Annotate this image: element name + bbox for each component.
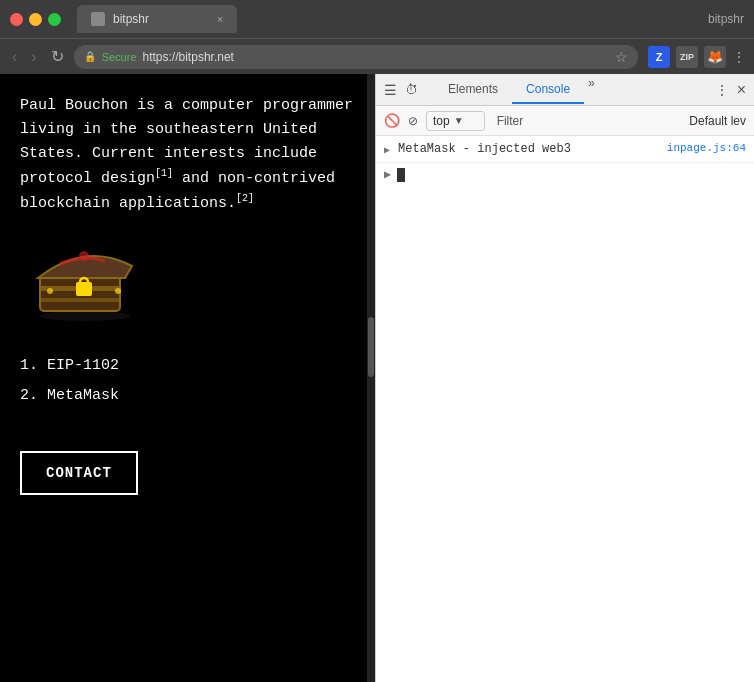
extension-z-button[interactable]: Z [648,46,670,68]
footnote-2: [2] [236,193,254,204]
tab-favicon [91,12,105,26]
context-label: top [433,114,450,128]
console-message-1: ▶ MetaMask - injected web3 inpage.js:64 [376,136,754,163]
filter-label: Filter [497,114,524,128]
chest-svg [30,236,140,321]
reference-item-1: 1. EIP-1102 [20,351,355,381]
context-selector-arrow: ▼ [454,115,464,126]
tab-area: bitpshr × [77,5,700,33]
devtools-console-content: ▶ MetaMask - injected web3 inpage.js:64 … [376,136,754,682]
main-content-area: Paul Bouchon is a computer programmer li… [0,74,754,682]
ref-2-num: 2. [20,387,38,404]
filter-input[interactable] [531,114,681,128]
footnote-1: [1] [155,168,173,179]
refresh-button[interactable]: ↻ [47,45,68,68]
tab-label: bitpshr [113,12,149,26]
lock-icon: 🔒 [84,51,96,62]
default-levels-label: Default lev [689,114,746,128]
traffic-lights [10,13,61,26]
browser-menu-button[interactable]: ⋮ [732,49,746,65]
devtools-close-button[interactable]: × [737,81,746,99]
svg-point-7 [115,288,121,294]
address-bar[interactable]: 🔒 Secure https://bitpshr.net ☆ [74,45,638,69]
treasure-chest-image [30,236,140,321]
devtools-panel: ☰ ⏱ Elements Console » ⋮ × 🚫 ⊘ top [375,74,754,682]
reference-item-2: 2. MetaMask [20,381,355,411]
console-clear-icon[interactable]: 🚫 [384,113,400,128]
references-list: 1. EIP-1102 2. MetaMask [20,351,355,411]
browser-menu-icon: bitpshr [708,12,744,26]
expand-icon[interactable]: ▶ [384,144,390,156]
scrollbar-thumb[interactable] [368,317,374,377]
ref-2-label[interactable]: MetaMask [47,387,119,404]
context-selector[interactable]: top ▼ [426,111,485,131]
svg-rect-4 [76,282,92,296]
minimize-button[interactable] [29,13,42,26]
devtools-more-menu[interactable]: ⋮ [715,82,729,98]
svg-point-8 [79,251,89,261]
bookmark-icon[interactable]: ☆ [615,49,628,65]
extension-zip-button[interactable]: ZIP [676,46,698,68]
devtools-console-bar: 🚫 ⊘ top ▼ Filter Default lev [376,106,754,136]
scrollbar-track[interactable] [367,74,375,682]
tab-elements[interactable]: Elements [434,76,512,104]
console-message-text: MetaMask - injected web3 [398,142,659,156]
contact-button[interactable]: CONTACT [20,451,138,495]
title-bar: bitpshr × bitpshr [0,0,754,38]
devtools-tabs: Elements Console » [434,76,595,104]
svg-rect-3 [40,298,120,302]
forward-button[interactable]: › [27,46,40,68]
secure-label: Secure [102,51,137,63]
extension-other-button[interactable]: 🦊 [704,46,726,68]
url-text: https://bitpshr.net [143,50,234,64]
ref-1-label[interactable]: EIP-1102 [47,357,119,374]
back-button[interactable]: ‹ [8,46,21,68]
website-panel: Paul Bouchon is a computer programmer li… [0,74,375,682]
inspect-element-icon[interactable]: ☰ [384,82,397,98]
bio-text: Paul Bouchon is a computer programmer li… [20,94,355,216]
devtools-icon-group: ☰ ⏱ [384,82,418,98]
svg-point-0 [40,311,130,321]
device-toolbar-icon[interactable]: ⏱ [405,82,418,97]
browser-name-label: bitpshr [708,12,744,26]
devtools-toolbar: ☰ ⏱ Elements Console » ⋮ × [376,74,754,106]
browser-tab[interactable]: bitpshr × [77,5,237,33]
more-tabs-button[interactable]: » [588,76,595,104]
extensions-area: Z ZIP 🦊 ⋮ [648,46,746,68]
navigation-bar: ‹ › ↻ 🔒 Secure https://bitpshr.net ☆ Z Z… [0,38,754,74]
tab-close-button[interactable]: × [217,14,223,25]
ref-1-num: 1. [20,357,38,374]
console-cursor[interactable] [397,168,405,182]
close-button[interactable] [10,13,23,26]
browser-window: bitpshr × bitpshr ‹ › ↻ 🔒 Secure https:/… [0,0,754,682]
svg-point-6 [47,288,53,294]
maximize-button[interactable] [48,13,61,26]
console-prompt-icon: ▶ [384,167,391,182]
console-file-link[interactable]: inpage.js:64 [667,142,746,154]
preserve-log-icon[interactable]: ⊘ [408,114,418,128]
console-input-line: ▶ [376,163,754,186]
tab-console[interactable]: Console [512,76,584,104]
